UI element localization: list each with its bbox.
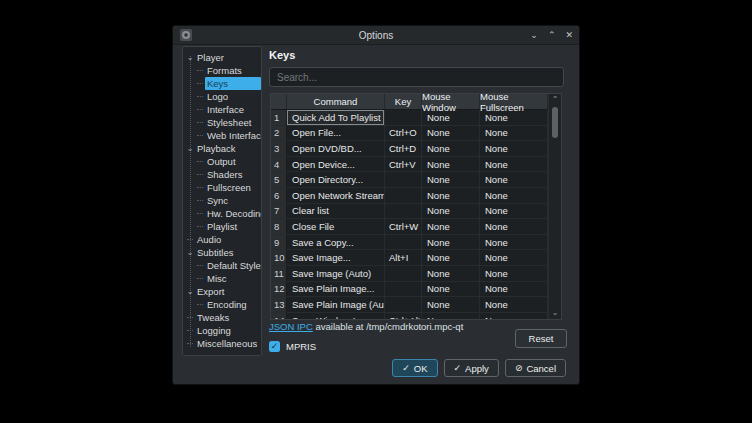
cell-mouse-window[interactable]: None [422, 266, 480, 282]
sidebar-item-web-interface[interactable]: Web Interface [183, 129, 261, 142]
sidebar-item-interface[interactable]: Interface [183, 103, 261, 116]
cell-mouse-window[interactable]: None [422, 204, 480, 220]
cell-mouse-window[interactable]: None [422, 157, 480, 173]
cell-command[interactable]: Open File... [287, 126, 385, 142]
cell-command[interactable]: Save Plain Image... [287, 282, 385, 298]
column-header-mouse-window[interactable]: Mouse Window [422, 94, 480, 110]
ok-button[interactable]: ✓ OK [392, 359, 437, 377]
sidebar-item-export[interactable]: ⌄Export [183, 285, 261, 298]
chevron-down-icon[interactable]: ⌄ [185, 288, 195, 295]
maximize-icon[interactable]: ⌃ [548, 31, 556, 40]
cell-mouse-fullscreen[interactable]: None [480, 126, 548, 142]
sidebar-item-tweaks[interactable]: Tweaks [183, 311, 261, 324]
cell-mouse-window[interactable]: None [422, 172, 480, 188]
cell-mouse-fullscreen[interactable]: None [480, 219, 548, 235]
sidebar-item-misc[interactable]: Misc [183, 272, 261, 285]
cell-key[interactable] [385, 235, 422, 251]
cell-mouse-window[interactable]: None [422, 313, 480, 319]
cell-command[interactable]: Open DVD/BD... [287, 141, 385, 157]
cell-mouse-fullscreen[interactable]: None [480, 157, 548, 173]
cell-mouse-fullscreen[interactable]: None [480, 282, 548, 298]
reset-button[interactable]: Reset [515, 329, 567, 348]
search-input[interactable] [269, 67, 564, 87]
cell-mouse-fullscreen[interactable]: None [480, 313, 548, 319]
cell-key[interactable] [385, 282, 422, 298]
cell-mouse-window[interactable]: None [422, 282, 480, 298]
cell-mouse-window[interactable]: None [422, 250, 480, 266]
column-header-key[interactable]: Key [385, 94, 422, 110]
cell-command[interactable]: Open Device... [287, 157, 385, 173]
chevron-down-icon[interactable]: ⌄ [185, 54, 195, 61]
cell-mouse-fullscreen[interactable]: None [480, 266, 548, 282]
cell-mouse-window[interactable]: None [422, 235, 480, 251]
cell-command[interactable]: Save Image (Auto) [287, 266, 385, 282]
cell-key[interactable] [385, 204, 422, 220]
cell-mouse-fullscreen[interactable]: None [480, 172, 548, 188]
chevron-down-icon[interactable]: ⌄ [185, 249, 195, 256]
cell-mouse-window[interactable]: None [422, 297, 480, 313]
sidebar-item-audio[interactable]: Audio [183, 233, 261, 246]
cell-mouse-fullscreen[interactable]: None [480, 250, 548, 266]
cell-key[interactable]: Ctrl+V [385, 157, 422, 173]
cell-mouse-fullscreen[interactable]: None [480, 204, 548, 220]
sidebar-item-hw-decoding[interactable]: Hw. Decoding [183, 207, 261, 220]
column-header-mouse-fullscreen[interactable]: Mouse Fullscreen [480, 94, 548, 110]
cell-mouse-window[interactable]: None [422, 126, 480, 142]
cell-mouse-window[interactable]: None [422, 188, 480, 204]
sidebar-item-encoding[interactable]: Encoding [183, 298, 261, 311]
cancel-button[interactable]: ⊘ Cancel [505, 359, 566, 377]
scroll-down-icon[interactable]: ⌄ [549, 308, 561, 318]
scrollbar-thumb[interactable] [552, 107, 558, 138]
cell-mouse-fullscreen[interactable]: None [480, 141, 548, 157]
cell-command[interactable]: Save a Copy... [287, 235, 385, 251]
cell-command[interactable]: Open Network Stream... [287, 188, 385, 204]
cell-mouse-fullscreen[interactable]: None [480, 235, 548, 251]
close-icon[interactable]: ✕ [565, 31, 573, 40]
sidebar-item-formats[interactable]: Formats [183, 64, 261, 77]
sidebar-item-playback[interactable]: ⌄Playback [183, 142, 261, 155]
sidebar-item-keys[interactable]: Keys [183, 77, 261, 90]
sidebar-item-subtitles[interactable]: ⌄Subtitles [183, 246, 261, 259]
mpris-checkbox[interactable]: ✓ [269, 341, 280, 352]
sidebar-item-miscellaneous[interactable]: Miscellaneous [183, 337, 261, 350]
sidebar-item-logging[interactable]: Logging [183, 324, 261, 337]
cell-command[interactable]: Save Plain Image (Auto) [287, 297, 385, 313]
vertical-scrollbar[interactable]: ⌃ ⌄ [548, 94, 561, 319]
minimize-icon[interactable]: ⌄ [530, 31, 538, 40]
sidebar-item-output[interactable]: Output [183, 155, 261, 168]
sidebar-item-player[interactable]: ⌄Player [183, 51, 261, 64]
cell-key[interactable]: Ctrl+W [385, 219, 422, 235]
sidebar-item-fullscreen[interactable]: Fullscreen [183, 181, 261, 194]
cell-mouse-window[interactable]: None [422, 141, 480, 157]
cell-key[interactable] [385, 297, 422, 313]
sidebar-item-default-style[interactable]: Default Style [183, 259, 261, 272]
cell-key[interactable]: Alt+I [385, 250, 422, 266]
cell-key[interactable]: Ctrl+D [385, 141, 422, 157]
cell-key[interactable] [385, 188, 422, 204]
cell-key[interactable]: Ctrl+O [385, 126, 422, 142]
sidebar-item-shaders[interactable]: Shaders [183, 168, 261, 181]
sidebar-item-logo[interactable]: Logo [183, 90, 261, 103]
cell-mouse-fullscreen[interactable]: None [480, 110, 548, 126]
cell-mouse-fullscreen[interactable]: None [480, 188, 548, 204]
cell-key[interactable] [385, 266, 422, 282]
json-ipc-link[interactable]: JSON IPC [269, 321, 313, 332]
cell-command[interactable]: Close File [287, 219, 385, 235]
sidebar-item-playlist[interactable]: Playlist [183, 220, 261, 233]
apply-button[interactable]: ✓ Apply [444, 359, 499, 377]
cell-mouse-fullscreen[interactable]: None [480, 297, 548, 313]
column-header-command[interactable]: Command [287, 94, 385, 110]
cell-mouse-window[interactable]: None [422, 219, 480, 235]
sidebar-item-stylesheet[interactable]: Stylesheet [183, 116, 261, 129]
sidebar-item-sync[interactable]: Sync [183, 194, 261, 207]
cell-key[interactable]: Ctrl+Alt+I [385, 313, 422, 319]
cell-command[interactable]: Save Window Image... [287, 313, 385, 319]
cell-key[interactable] [385, 110, 422, 126]
cell-command[interactable]: Quick Add To Playlist [287, 110, 385, 126]
cell-mouse-window[interactable]: None [422, 110, 480, 126]
chevron-down-icon[interactable]: ⌄ [185, 145, 195, 152]
scroll-up-icon[interactable]: ⌃ [549, 95, 561, 105]
cell-key[interactable] [385, 172, 422, 188]
cell-command[interactable]: Save Image... [287, 250, 385, 266]
cell-command[interactable]: Open Directory... [287, 172, 385, 188]
